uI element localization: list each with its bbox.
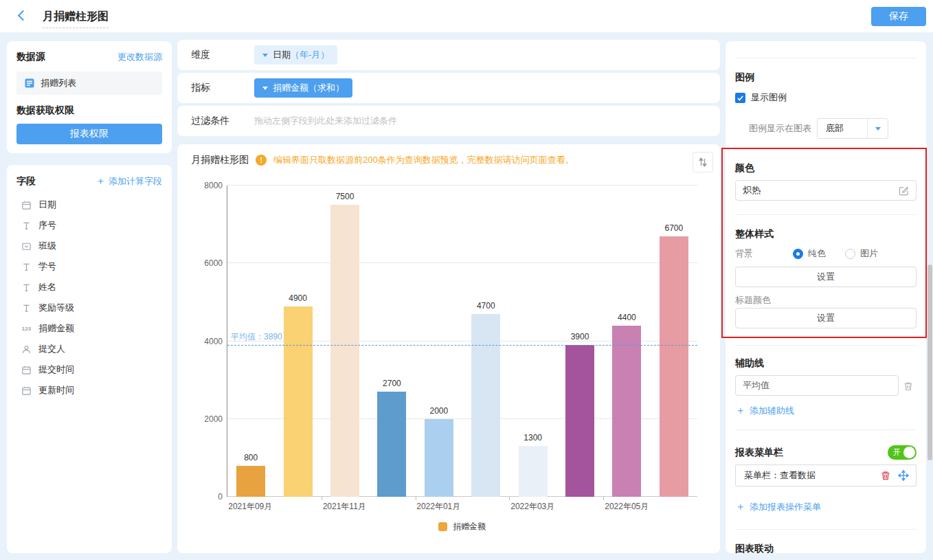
bar-value-label: 6700 — [665, 223, 684, 233]
save-button[interactable]: 保存 — [871, 7, 926, 26]
report-menu-section-title: 报表菜单栏 — [735, 447, 783, 459]
trash-icon — [903, 381, 914, 392]
permission-heading: 数据获取权限 — [16, 104, 162, 117]
field-label: 学号 — [38, 260, 56, 273]
bar[interactable] — [377, 392, 406, 497]
bar[interactable] — [236, 466, 265, 497]
field-item[interactable]: 更新时间 — [16, 380, 162, 401]
field-item[interactable]: 提交时间 — [16, 359, 162, 380]
bar[interactable] — [565, 345, 594, 497]
sort-icon — [697, 157, 708, 168]
guide-line-input[interactable]: 平均值 — [735, 375, 899, 396]
x-axis-label: 2022年01月 — [415, 501, 462, 513]
legend-position-label: 图例显示在图表 — [749, 122, 811, 135]
field-item[interactable]: 奖励等级 — [16, 298, 162, 318]
back-icon[interactable] — [18, 10, 29, 21]
title-color-set-button[interactable]: 设置 — [735, 308, 917, 328]
datasource-panel: 数据源 更改数据源 捐赠列表 数据获取权限 报表权限 — [7, 41, 172, 153]
field-item[interactable]: 日期 — [16, 194, 162, 215]
change-datasource-link[interactable]: 更改数据源 — [117, 51, 162, 63]
fields-panel: 字段 ＋ 添加计算字段 日期序号班级学号姓名奖励等级123捐赠金额提交人提交时间… — [7, 165, 172, 553]
bar[interactable] — [425, 419, 453, 497]
bar[interactable] — [330, 205, 359, 497]
bar-value-label: 4700 — [477, 301, 495, 311]
background-set-button[interactable]: 设置 — [735, 267, 917, 287]
toggle-on-label: 开 — [893, 447, 901, 458]
color-theme-value: 炽热 — [743, 184, 899, 197]
move-icon — [898, 470, 909, 481]
x-axis-label: 2022年03月 — [509, 501, 557, 513]
bar[interactable] — [284, 306, 313, 497]
check-icon — [737, 94, 744, 102]
legend-position-dropdown[interactable]: 底部 — [817, 118, 888, 139]
sort-button[interactable] — [693, 152, 713, 172]
field-item[interactable]: 序号 — [16, 215, 162, 236]
x-axis-label — [651, 501, 698, 513]
bar-value-label: 1300 — [524, 433, 542, 443]
solid-color-label: 纯色 — [808, 247, 826, 260]
report-permission-button[interactable]: 报表权限 — [16, 124, 162, 144]
field-item[interactable]: 学号 — [16, 256, 162, 277]
number-icon: 123 — [21, 323, 32, 335]
chart-legend[interactable]: 捐赠金额 — [227, 521, 697, 533]
metric-label: 指标 — [177, 82, 254, 94]
bars-container: 800490075002700200047001300390044006700 — [227, 186, 697, 497]
y-axis-tick-label: 2000 — [204, 414, 223, 424]
report-menu-toggle[interactable]: 开 — [888, 445, 917, 460]
bar-value-label: 800 — [244, 453, 258, 462]
dimension-row: 维度 日期（年-月） — [177, 40, 720, 70]
settings-panel: 图例 显示图例 图例显示在图表 底部 颜色 炽热 整体样式 背景 纯色 图片 设… — [726, 41, 926, 553]
datasource-item[interactable]: 捐赠列表 — [16, 71, 162, 95]
bar[interactable] — [471, 314, 500, 497]
title-color-label: 标题颜色 — [735, 294, 771, 306]
edit-icon[interactable] — [899, 186, 909, 196]
show-legend-checkbox[interactable] — [735, 93, 745, 103]
add-guide-line-link[interactable]: ＋添加辅助线 — [735, 404, 794, 417]
calendar-icon — [21, 364, 32, 376]
background-label: 背景 — [735, 247, 793, 260]
guide-line-section-title: 辅助线 — [735, 357, 764, 370]
menu-item-label: 菜单栏：查看数据 — [744, 469, 875, 482]
bar[interactable] — [660, 236, 688, 497]
average-reference-line — [227, 345, 697, 346]
field-item[interactable]: 班级 — [16, 236, 162, 256]
y-axis-tick-label: 0 — [218, 492, 223, 502]
text-icon — [21, 302, 32, 314]
bar-value-label: 2700 — [383, 379, 401, 388]
bar[interactable] — [519, 446, 548, 497]
filter-dropzone-placeholder: 拖动左侧字段到此处来添加过滤条件 — [254, 115, 397, 127]
calendar-icon — [21, 385, 32, 396]
x-axis-tick-mark — [416, 497, 416, 500]
move-menu-item-handle[interactable] — [897, 469, 910, 482]
delete-menu-item-button[interactable] — [879, 469, 892, 482]
field-label: 姓名 — [38, 281, 56, 293]
scrollbar[interactable] — [928, 265, 932, 460]
average-line-label: 平均值：3890 — [231, 331, 282, 343]
add-report-menu-link[interactable]: ＋添加报表操作菜单 — [735, 500, 821, 513]
field-item[interactable]: 123捐赠金额 — [16, 318, 162, 339]
x-axis-tick-mark — [509, 497, 510, 500]
field-label: 提交人 — [38, 343, 65, 355]
add-calc-field-link[interactable]: ＋ 添加计算字段 — [95, 175, 162, 188]
image-radio[interactable] — [845, 249, 855, 259]
x-axis-tick-mark — [322, 497, 322, 500]
solid-color-radio[interactable] — [793, 249, 803, 259]
menu-item-row[interactable]: 菜单栏：查看数据 — [735, 464, 917, 486]
y-axis-tick-label: 6000 — [204, 258, 223, 268]
dimension-pill[interactable]: 日期（年-月） — [254, 45, 337, 65]
delete-guide-line-button[interactable] — [901, 379, 915, 393]
page-title: 月捐赠柱形图 — [43, 10, 109, 28]
y-axis-tick-label: 4000 — [204, 337, 223, 346]
legend-label: 捐赠金额 — [453, 521, 486, 533]
color-theme-input[interactable]: 炽热 — [735, 180, 917, 201]
style-section-title: 整体样式 — [735, 228, 774, 240]
trash-icon — [880, 470, 891, 481]
bar-chart-plot: 0200040006000800080049007500270020004700… — [227, 186, 697, 497]
filter-label: 过滤条件 — [177, 115, 254, 127]
field-item[interactable]: 姓名 — [16, 277, 162, 298]
field-item[interactable]: 提交人 — [16, 339, 162, 359]
filter-row[interactable]: 过滤条件 拖动左侧字段到此处来添加过滤条件 — [177, 106, 720, 136]
metric-pill[interactable]: 捐赠金额（求和） — [254, 78, 352, 98]
bar-value-label: 3900 — [571, 332, 589, 341]
bar[interactable] — [612, 326, 641, 497]
